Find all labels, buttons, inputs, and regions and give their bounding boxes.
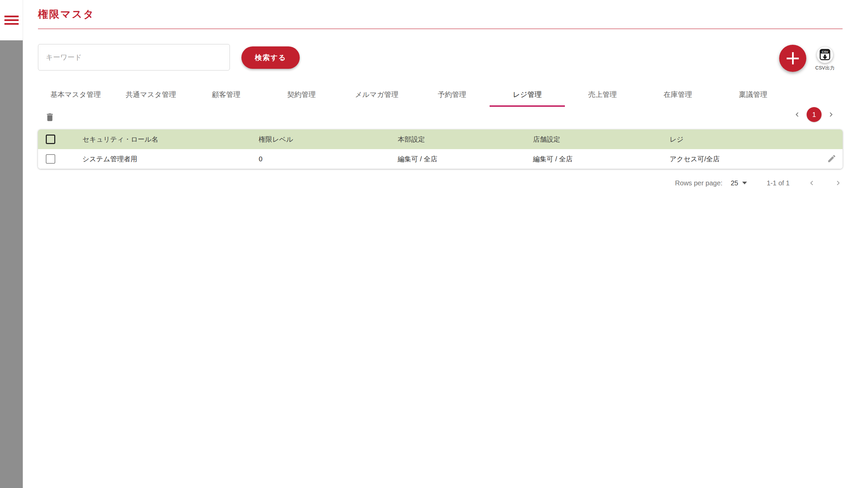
keyword-input[interactable] [38, 44, 230, 70]
hamburger-menu-button[interactable] [4, 16, 19, 25]
search-button[interactable]: 検索する [241, 46, 300, 69]
svg-text:CSV: CSV [822, 50, 828, 54]
chevron-right-icon [834, 179, 843, 187]
cell-register-access: アクセス可/全店 [670, 149, 719, 169]
col-header-register: レジ [670, 129, 684, 149]
sidebar-collapsed-panel [0, 40, 23, 488]
tab-bar: 基本マスタ管理 共通マスタ管理 顧客管理 契約管理 メルマガ管理 予約管理 レジ… [38, 82, 791, 107]
next-page-button-top[interactable] [827, 110, 835, 119]
roles-table: セキュリティ・ロール名 権限レベル 本部設定 店舗設定 レジ システム管理者用 … [38, 129, 843, 169]
tab-customer-mgmt[interactable]: 顧客管理 [189, 82, 264, 107]
tab-mailmagazine-mgmt[interactable]: メルマガ管理 [339, 82, 414, 107]
rows-per-page-select[interactable]: 25 [731, 179, 747, 187]
tab-approval-mgmt[interactable]: 稟議管理 [715, 82, 791, 107]
cell-store-setting: 編集可 / 全店 [533, 149, 573, 169]
prev-page-button-top[interactable] [793, 110, 802, 119]
delete-selected-button[interactable] [43, 111, 56, 124]
hamburger-icon [4, 16, 19, 17]
caret-down-icon [742, 182, 747, 184]
plus-icon [787, 52, 799, 64]
csv-export-icon: CSV [820, 49, 830, 61]
tab-register-mgmt-active[interactable]: レジ管理 [490, 82, 565, 107]
tab-contract-mgmt[interactable]: 契約管理 [264, 82, 339, 107]
tab-sales-mgmt[interactable]: 売上管理 [565, 82, 640, 107]
cell-hq-setting: 編集可 / 全店 [398, 149, 437, 169]
chevron-right-icon [827, 110, 835, 119]
table-header-row: セキュリティ・ロール名 権限レベル 本部設定 店舗設定 レジ [38, 129, 843, 149]
table-footer: Rows per page: 25 1-1 of 1 [0, 176, 843, 190]
tab-basic-master-mgmt[interactable]: 基本マスタ管理 [38, 82, 113, 107]
pencil-icon [827, 154, 836, 163]
trash-icon [45, 112, 55, 122]
chevron-left-icon [793, 110, 802, 119]
select-all-checkbox[interactable] [46, 135, 55, 144]
col-header-role-name: セキュリティ・ロール名 [82, 129, 158, 149]
prev-page-button[interactable] [807, 179, 816, 187]
tab-reservation-mgmt[interactable]: 予約管理 [414, 82, 490, 107]
cell-permission-level: 0 [259, 149, 262, 169]
tab-inventory-mgmt[interactable]: 在庫管理 [640, 82, 715, 107]
csv-export-label: CSV出力 [806, 65, 844, 71]
table-row: システム管理者用 0 編集可 / 全店 編集可 / 全店 アクセス可/全店 [38, 149, 843, 169]
col-header-store-setting: 店舗設定 [533, 129, 560, 149]
active-tab-indicator [490, 105, 565, 107]
page-title: 権限マスタ [38, 7, 95, 21]
current-page-badge[interactable]: 1 [807, 107, 822, 122]
col-header-permission-level: 権限レベル [259, 129, 293, 149]
csv-export-button[interactable]: CSV [817, 47, 833, 63]
tab-common-master-mgmt[interactable]: 共通マスタ管理 [113, 82, 189, 107]
cell-role-name: システム管理者用 [82, 149, 137, 169]
row-checkbox[interactable] [46, 154, 55, 164]
title-divider [38, 28, 843, 29]
rows-per-page-value: 25 [731, 179, 738, 187]
top-pagination: 1 [793, 106, 835, 123]
add-button[interactable] [779, 45, 806, 72]
edit-row-button[interactable] [826, 154, 837, 164]
sidebar [0, 0, 23, 488]
next-page-button[interactable] [834, 179, 843, 187]
col-header-hq-setting: 本部設定 [398, 129, 425, 149]
chevron-left-icon [807, 179, 816, 187]
pagination-range-label: 1-1 of 1 [767, 179, 790, 187]
rows-per-page-label: Rows per page: [675, 179, 723, 187]
